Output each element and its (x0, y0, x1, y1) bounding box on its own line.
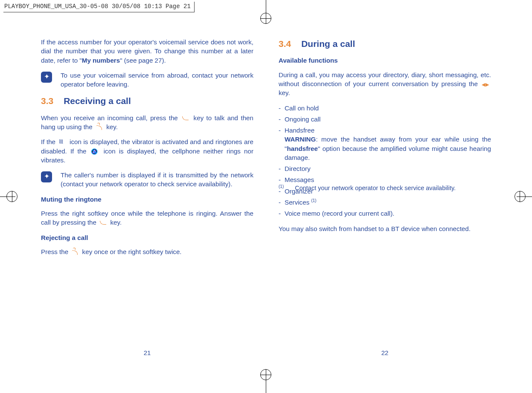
text: Press the (41, 248, 70, 255)
list-item: -Directory (279, 164, 491, 173)
paragraph: When you receive an incoming call, press… (41, 113, 253, 132)
paragraph: Press the key once or the right softkey … (41, 247, 253, 256)
text: key. (279, 89, 290, 96)
dash: - (279, 104, 285, 113)
lightbulb-icon (41, 171, 52, 182)
text: Voice memo (record your current call). (285, 209, 491, 218)
end-key-icon (71, 249, 79, 255)
text: Call on hold (285, 104, 491, 113)
text: Services (1) (285, 198, 491, 207)
dash: - (279, 126, 285, 162)
text: If the (41, 138, 58, 145)
list-item: -Services (1) (279, 198, 491, 207)
nav-arrows-icon (482, 81, 490, 87)
heading-title: Receiving a call (64, 96, 131, 106)
cropmark (260, 369, 271, 380)
page-number: 22 (279, 348, 491, 357)
text: " (see page 27). (120, 57, 166, 64)
dash: - (279, 198, 285, 207)
section-heading: 3.4During a call (279, 38, 491, 50)
list-item: -Ongoing call (279, 115, 491, 124)
text: When you receive an incoming call, press… (41, 114, 180, 121)
text: key. (108, 219, 122, 226)
dash: - (279, 209, 285, 218)
cropmark (515, 191, 526, 202)
text: Messages (285, 175, 491, 184)
page-22: 3.4During a call Available functions Dur… (279, 38, 491, 239)
text: Handsfree (285, 127, 314, 134)
lightbulb-icon (41, 72, 52, 83)
footnote: (1) Contact your network operator to che… (279, 184, 491, 192)
subheading: Available functions (279, 56, 491, 65)
page-21: If the access number for your operator's… (41, 38, 253, 262)
list-item: -Voice memo (record your current call). (279, 209, 491, 218)
list-item: - Handsfree WARNING: move the handset aw… (279, 126, 491, 162)
crop-header: PLAYBOY_PHONE_UM_USA_30-05-08 30/05/08 1… (3, 2, 195, 12)
text: key once or the right softkey twice. (80, 248, 181, 255)
footnote-mark: (1) (279, 184, 284, 192)
tip-text: The caller's number is displayed if it i… (61, 170, 253, 189)
dash: - (279, 115, 285, 124)
vibrate-icon (58, 139, 67, 145)
cropmark (520, 191, 520, 202)
text-bold: My numbers (82, 57, 120, 64)
dash: - (279, 175, 285, 184)
paragraph: During a call, you may access your direc… (279, 70, 491, 98)
silence-icon (91, 149, 99, 155)
intro-paragraph: If the access number for your operator's… (41, 38, 253, 65)
list-item: -Call on hold (279, 104, 491, 113)
text: key. (105, 123, 118, 130)
heading-number: 3.3 (41, 96, 53, 106)
paragraph: If the icon is displayed, the vibrator i… (41, 137, 253, 165)
call-key-icon (181, 116, 190, 121)
text: During a call, you may access your direc… (279, 71, 491, 87)
cropmark (12, 191, 12, 202)
text: Services (285, 199, 311, 206)
tip-box: To use your voicemail service from abroa… (41, 71, 253, 89)
cropmark (260, 13, 271, 24)
list-item: -Messages (279, 175, 491, 184)
text: Handsfree WARNING: move the handset away… (285, 126, 491, 162)
heading-number: 3.4 (279, 39, 291, 49)
paragraph: You may also switch from handset to a BT… (279, 224, 491, 233)
end-key-icon (95, 124, 104, 130)
tip-box: The caller's number is displayed if it i… (41, 170, 253, 189)
text-bold: WARNING (285, 136, 316, 143)
section-heading: 3.3Receiving a call (41, 95, 253, 107)
call-key-icon (99, 220, 108, 226)
subheading: Rejecting a call (41, 233, 253, 242)
page-number: 21 (41, 348, 253, 357)
heading-title: During a call (301, 39, 355, 49)
dash: - (279, 164, 285, 173)
text: Directory (285, 164, 491, 173)
subheading: Muting the ringtone (41, 195, 253, 204)
text: Press the right softkey once while the t… (41, 210, 253, 226)
text-bold: handsfree (287, 145, 318, 152)
paragraph: Press the right softkey once while the t… (41, 209, 253, 227)
superscript: (1) (311, 198, 316, 203)
footnote-text: Contact your network operator to check s… (295, 184, 456, 192)
text: Ongoing call (285, 115, 491, 124)
tip-text: To use your voicemail service from abroa… (61, 71, 253, 89)
